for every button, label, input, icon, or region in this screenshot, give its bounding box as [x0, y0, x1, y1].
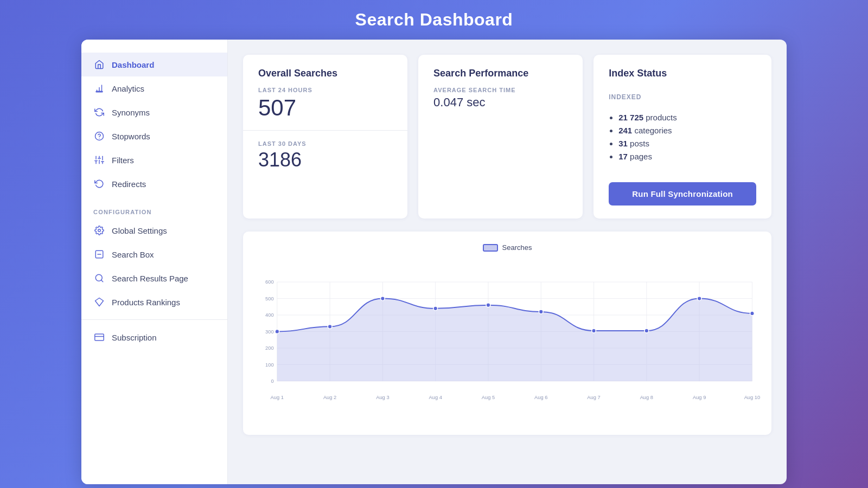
chart-dot	[433, 306, 438, 311]
sync-alt-icon	[93, 106, 105, 118]
chart-dot	[539, 310, 543, 314]
svg-point-15	[98, 229, 101, 232]
svg-rect-3	[96, 91, 103, 92]
chart-area	[277, 299, 752, 381]
chart-dot	[750, 311, 755, 316]
svg-rect-21	[95, 334, 104, 341]
settings-icon	[93, 224, 105, 236]
sync-button[interactable]: Run Full Synchronization	[609, 182, 756, 206]
sidebar-item-label: Global Settings	[112, 226, 167, 235]
chart-x-label: Aug 4	[429, 395, 442, 400]
sidebar-divider	[81, 319, 227, 320]
sliders-icon	[93, 154, 105, 166]
chart-dot	[381, 297, 385, 301]
chart-x-label: Aug 5	[482, 395, 495, 400]
page-title: Search Dashboard	[0, 0, 868, 40]
chart-dot	[486, 303, 490, 307]
chart-y-label: 300	[265, 329, 274, 335]
chart-y-label: 500	[265, 296, 274, 301]
last-24h-value: 507	[258, 95, 392, 120]
legend-box	[483, 244, 498, 252]
chart-legend: Searches	[254, 243, 761, 252]
sidebar-item-label: Redirects	[112, 179, 146, 189]
index-list-item: 17 pages	[618, 152, 756, 161]
question-circle-icon	[93, 130, 105, 142]
overall-searches-title: Overall Searches	[258, 68, 392, 79]
chart-x-label: Aug 7	[587, 395, 600, 400]
index-list-item: 21 725 products	[618, 113, 756, 122]
search-performance-title: Search Performance	[433, 68, 567, 79]
sidebar-item-filters[interactable]: Filters	[81, 148, 227, 172]
svg-marker-20	[95, 298, 104, 306]
sidebar-item-search-results-page[interactable]: Search Results Page	[81, 266, 227, 290]
sidebar-item-label: Search Results Page	[112, 274, 188, 283]
search-performance-card: Search Performance AVERAGE SEARCH TIME 0…	[418, 55, 583, 219]
sidebar-nav-section: DashboardAnalyticsSynonymsStopwordsFilte…	[81, 53, 227, 196]
avg-search-time-label: AVERAGE SEARCH TIME	[433, 87, 567, 93]
chart-y-label: 200	[265, 345, 274, 351]
index-list-item: 31 posts	[618, 139, 756, 148]
sidebar-item-label: Analytics	[112, 84, 144, 93]
home-icon	[93, 59, 105, 70]
sidebar-item-synonyms[interactable]: Synonyms	[81, 100, 227, 124]
sidebar-item-label: Synonyms	[112, 108, 150, 117]
chart-x-label: Aug 8	[640, 395, 653, 400]
chart-dot	[644, 329, 649, 333]
chart-x-label: Aug 6	[534, 395, 547, 400]
last-24h-label: LAST 24 HOURS	[258, 87, 392, 93]
avg-search-time-value: 0.047 sec	[433, 95, 567, 110]
index-status-card: Index Status INDEXED 21 725 products241 …	[593, 55, 771, 219]
index-status-title: Index Status	[609, 68, 756, 79]
credit-card-icon	[93, 331, 105, 343]
sidebar-item-subscription[interactable]: Subscription	[81, 325, 227, 349]
last-30d-label: LAST 30 DAYS	[258, 140, 392, 147]
cards-row: Overall Searches LAST 24 HOURS 507 LAST …	[243, 55, 771, 219]
svg-line-19	[101, 280, 103, 281]
sidebar: DashboardAnalyticsSynonymsStopwordsFilte…	[81, 40, 228, 484]
search-box-icon	[93, 248, 105, 260]
chart-x-label: Aug 10	[744, 395, 761, 400]
sidebar-item-label: Search Box	[112, 250, 154, 259]
sidebar-item-analytics[interactable]: Analytics	[81, 76, 227, 100]
chart-dot	[275, 330, 279, 334]
bar-chart-icon	[93, 82, 105, 94]
sidebar-item-products-rankings[interactable]: Products Rankings	[81, 290, 227, 314]
chart-dot	[697, 297, 701, 301]
chart-x-label: Aug 3	[376, 395, 389, 400]
sidebar-item-label: Dashboard	[112, 60, 154, 69]
chart-y-label: 0	[271, 378, 273, 384]
chart-card: Searches 6005004003002001000Aug 1Aug 2Au…	[243, 232, 771, 435]
overall-searches-card: Overall Searches LAST 24 HOURS 507 LAST …	[243, 55, 407, 219]
content-area: Overall Searches LAST 24 HOURS 507 LAST …	[228, 40, 787, 484]
sidebar-item-global-settings[interactable]: Global Settings	[81, 219, 227, 242]
chart-x-label: Aug 2	[323, 395, 336, 400]
last-30d-value: 3186	[258, 149, 392, 171]
chart-y-label: 100	[265, 362, 274, 368]
sidebar-item-label: Filters	[112, 156, 134, 165]
sidebar-item-label: Stopwords	[112, 132, 150, 141]
legend-label: Searches	[502, 243, 532, 252]
sidebar-item-redirects[interactable]: Redirects	[81, 172, 227, 196]
chart-x-label: Aug 1	[271, 395, 284, 400]
sidebar-item-search-box[interactable]: Search Box	[81, 242, 227, 266]
redo-icon	[93, 178, 105, 190]
chart-y-label: 400	[265, 312, 274, 318]
chart-x-label: Aug 9	[693, 395, 706, 400]
stat-divider	[243, 130, 407, 131]
sidebar-item-label: Products Rankings	[112, 298, 180, 307]
indexed-label: INDEXED	[609, 93, 756, 101]
searches-chart: 6005004003002001000Aug 1Aug 2Aug 3Aug 4A…	[254, 257, 761, 425]
sidebar-item-dashboard[interactable]: Dashboard	[81, 53, 227, 76]
index-list: 21 725 products241 categories31 posts17 …	[609, 113, 756, 165]
search-icon	[93, 272, 105, 284]
chart-dot	[592, 329, 596, 333]
main-container: DashboardAnalyticsSynonymsStopwordsFilte…	[81, 40, 787, 484]
sidebar-item-label: Subscription	[112, 333, 157, 342]
chart-y-label: 600	[265, 279, 274, 285]
sidebar-item-stopwords[interactable]: Stopwords	[81, 124, 227, 148]
chart-dot	[328, 324, 332, 329]
index-list-item: 241 categories	[618, 126, 756, 135]
diamond-icon	[93, 296, 105, 308]
sidebar-config-label: CONFIGURATION	[81, 199, 227, 219]
